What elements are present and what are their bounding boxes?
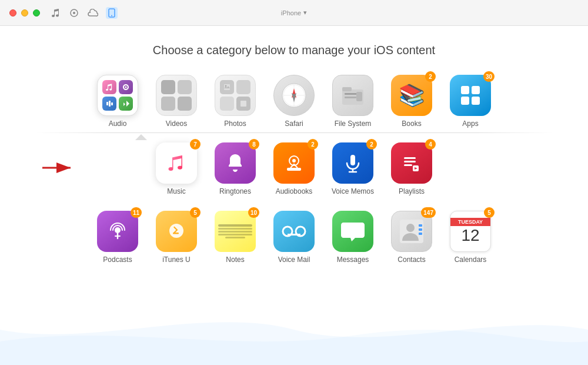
apps-icon [450,75,491,116]
sub-row-container: 7 Music [12,133,576,205]
svg-rect-25 [472,97,480,105]
calendar-day-label: Tuesday [450,218,490,226]
category-audio[interactable]: Audio [94,75,141,128]
svg-point-1 [73,12,75,14]
wave-background [0,294,588,365]
contacts-label: Contacts [397,256,425,264]
messages-label: Messages [337,256,369,264]
calendars-badge: 5 [484,207,495,218]
contacts-badge: 147 [421,207,436,218]
videos-icon [156,75,197,116]
category-photos[interactable]: Photos [212,75,259,128]
category-books[interactable]: 2 📚 Books [388,75,435,128]
category-messages[interactable]: Messages [329,211,376,264]
main-content: Choose a category below to manage your i… [0,26,588,270]
dropdown-arrow: ▾ [303,9,307,16]
messages-icon [332,211,373,252]
category-filesystem[interactable]: File System [329,75,376,128]
svg-rect-22 [461,86,469,94]
svg-rect-23 [472,86,480,94]
music-badge: 7 [190,139,201,150]
svg-rect-32 [350,155,355,165]
svg-rect-37 [404,164,412,166]
svg-rect-49 [419,224,422,227]
music-label: Music [167,187,185,195]
itunesu-icon [156,211,197,252]
apps-badge: 30 [483,71,495,82]
svg-rect-20 [345,97,356,98]
audiobooks-label: Audiobooks [276,187,313,195]
category-voicemail[interactable]: Voice Mail [270,211,318,264]
audiobooks-badge: 2 [308,139,318,150]
close-button[interactable] [9,9,16,16]
contacts-icon-wrapper: 147 [391,211,432,252]
itunesu-label: iTunes U [162,256,191,264]
playlists-badge: 4 [425,139,436,150]
category-itunesu[interactable]: 5 iTunes U [153,211,200,264]
cloud-icon[interactable] [87,7,99,19]
category-contacts[interactable]: 147 Contacts [388,211,435,264]
svg-rect-51 [419,233,422,235]
itunesu-badge: 5 [190,207,201,218]
books-badge: 2 [425,71,436,82]
category-videos[interactable]: Videos [153,75,200,128]
filesystem-icon-wrapper [332,75,373,116]
svg-rect-5 [106,102,108,105]
calendars-icon-wrapper: 5 Tuesday 12 [450,211,491,252]
svg-point-4 [125,87,127,88]
ringtones-icon [215,142,256,184]
voicememos-icon-wrapper: 2 [332,142,373,184]
sub-category-grid: 7 Music [12,133,576,205]
books-icon-wrapper: 2 📚 [391,75,432,116]
photos-label: Photos [224,120,246,128]
voicemail-icon-wrapper [273,211,315,252]
page-title: Choose a category below to manage your i… [12,44,576,57]
category-playlists[interactable]: 4 Playlists [388,142,435,195]
traffic-lights [9,9,40,16]
podcasts-icon-wrapper: 11 [97,211,138,252]
maximize-button[interactable] [33,9,40,16]
top-category-grid: Audio Videos [12,75,576,128]
category-music[interactable]: 7 Music [153,142,200,195]
voicememos-icon [332,142,373,184]
category-podcasts[interactable]: 11 Podcasts [94,211,141,264]
svg-rect-18 [342,87,352,91]
audio-icon [97,75,138,116]
calendars-label: Calendars [455,256,487,264]
category-ringtones[interactable]: 8 Ringtones [212,142,259,195]
circle-dot-icon[interactable] [68,7,80,19]
music-icon [156,142,197,184]
svg-rect-31 [287,168,301,171]
svg-rect-44 [173,233,179,234]
itunesu-icon-wrapper: 5 [156,211,197,252]
category-audiobooks[interactable]: 2 Audiobooks [270,142,318,195]
category-safari[interactable]: Safari [270,75,318,128]
books-label: Books [402,120,421,128]
audio-label: Audio [109,120,127,128]
phone-screen-icon[interactable] [106,7,118,19]
safari-icon [273,75,315,116]
svg-rect-10 [240,101,246,107]
calendars-icon: Tuesday 12 [450,211,491,252]
safari-label: Safari [285,120,303,128]
category-notes[interactable]: 10 Notes [212,211,259,264]
category-calendars[interactable]: 5 Tuesday 12 Calendars [447,211,494,264]
svg-point-52 [406,224,415,232]
device-title[interactable]: iPhone ▾ [281,9,307,16]
voicememos-badge: 2 [366,139,377,150]
music-icon-wrapper: 7 [156,142,197,184]
podcasts-badge: 11 [131,207,142,218]
notes-icon-wrapper: 10 [215,211,256,252]
videos-label: Videos [166,120,187,128]
svg-point-40 [115,227,121,233]
minimize-button[interactable] [21,9,28,16]
category-voicememos[interactable]: 2 Voice Memos [329,142,376,195]
category-apps[interactable]: 30 Apps [447,75,494,128]
notes-label: Notes [226,256,244,264]
calendar-date: 12 [461,226,479,245]
filesystem-icon [332,75,373,116]
svg-rect-50 [419,228,422,231]
music-icon[interactable] [49,7,61,19]
svg-rect-24 [461,97,469,105]
svg-rect-36 [404,161,416,162]
